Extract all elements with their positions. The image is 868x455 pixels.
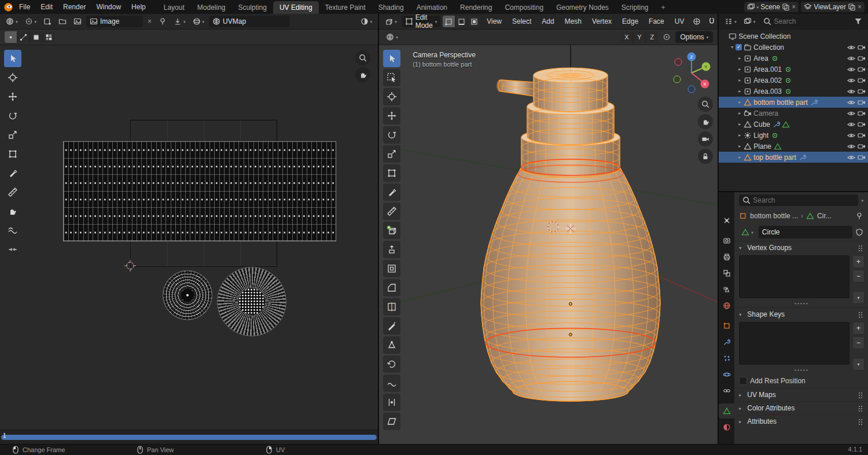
properties-tab-tool[interactable] [719, 213, 734, 228]
face-select-mode[interactable] [468, 16, 480, 27]
viewlayer-selector[interactable]: ViewLayer × [801, 2, 865, 12]
workspace-tab-uv-editing[interactable]: UV Editing [273, 1, 319, 14]
grip-icon[interactable] [858, 311, 863, 318]
properties-tab-constraints[interactable] [719, 383, 734, 398]
viewport-canvas[interactable]: Camera Perspective (1) bottom bottle par… [379, 45, 718, 444]
visibility-eye-icon[interactable] [847, 98, 855, 107]
uv-pivot-button[interactable]: ▾ [23, 16, 39, 27]
menu-vertex[interactable]: Vertex [588, 15, 616, 28]
tool-poly-build[interactable] [383, 336, 400, 354]
workspace-tab-compositing[interactable]: Compositing [498, 1, 550, 14]
new-scene-icon[interactable] [782, 3, 790, 11]
display-channels-button[interactable]: ▾ [358, 16, 375, 27]
tool-scale[interactable] [383, 145, 400, 163]
breadcrumb-object[interactable]: bottom bottle ... [750, 212, 798, 220]
tool-bevel[interactable] [383, 279, 400, 296]
outliner-row-area-003[interactable]: ▸Area.003 [719, 86, 868, 97]
visibility-eye-icon[interactable] [847, 65, 855, 74]
breadcrumb-data[interactable]: Cir... [817, 212, 832, 220]
uv-island-circle-small[interactable] [163, 271, 212, 320]
visibility-eye-icon[interactable] [847, 120, 855, 129]
properties-tab-data[interactable] [719, 403, 734, 419]
outliner-row-light[interactable]: ▸Light [719, 130, 868, 141]
image-browse-button[interactable] [71, 16, 84, 27]
mirror-y-button[interactable]: Y [633, 31, 646, 43]
expand-caret-icon[interactable]: ▸ [736, 133, 743, 138]
collection-checkbox[interactable]: ✓ [735, 44, 742, 50]
menu-edit[interactable]: Edit [36, 1, 57, 13]
tool-grab[interactable] [4, 203, 21, 220]
add-workspace-button[interactable]: + [655, 1, 672, 14]
tool-transform[interactable] [4, 145, 21, 163]
tool-smooth[interactable] [383, 375, 400, 392]
properties-tab-scene[interactable] [719, 282, 734, 297]
mode-dropdown[interactable]: Edit Mode ▾ [402, 16, 441, 27]
snap-toggle-button[interactable] [705, 16, 718, 27]
vertex-group-specials-button[interactable]: ▾ [852, 291, 865, 304]
visibility-eye-icon[interactable] [847, 76, 855, 85]
tool-select-box[interactable] [383, 69, 400, 86]
workspace-tab-modeling[interactable]: Modeling [191, 1, 232, 14]
tool-move[interactable] [383, 107, 400, 124]
outliner-filter-button[interactable] [852, 16, 865, 27]
shape-keys-list[interactable] [739, 322, 849, 365]
expand-caret-icon[interactable]: ▸ [736, 144, 743, 149]
proportional-edit-button[interactable] [660, 31, 673, 43]
vertex-select-mode[interactable] [443, 16, 455, 27]
outliner-row-scene-collection[interactable]: Scene Collection [719, 31, 868, 42]
render-camera-icon[interactable] [858, 43, 866, 52]
tool-loop-cut[interactable] [383, 298, 400, 315]
menu-help[interactable]: Help [127, 1, 150, 13]
expand-caret-icon[interactable]: ▸ [736, 155, 743, 160]
workspace-tab-layout[interactable]: Layout [157, 1, 191, 14]
tool-annotate[interactable] [383, 184, 400, 201]
browse-mesh-data-button[interactable]: ▾ [739, 226, 756, 238]
uv-select-edge[interactable] [17, 31, 30, 43]
tool-relax[interactable] [4, 222, 21, 239]
add-shape-key-button[interactable]: + [852, 322, 865, 335]
visibility-eye-icon[interactable] [847, 87, 855, 96]
workspace-tab-geometry-nodes[interactable]: Geometry Nodes [550, 1, 615, 14]
menu-render[interactable]: Render [58, 1, 90, 13]
active-tool-icon[interactable]: ▾ [384, 31, 400, 43]
pin-icon[interactable] [855, 212, 863, 220]
panel-attributes[interactable]: ▸ Attributes [734, 414, 868, 428]
workspace-tab-texture-paint[interactable]: Texture Paint [319, 1, 372, 14]
menu-uv[interactable]: UV [671, 15, 689, 28]
remove-viewlayer-button[interactable]: × [858, 3, 862, 11]
workspace-tab-scripting[interactable]: Scripting [615, 1, 655, 14]
fake-user-shield-icon[interactable] [855, 228, 863, 236]
tool-spin[interactable] [383, 355, 400, 373]
properties-tab-material[interactable] [719, 420, 734, 435]
outliner-row-plane[interactable]: ▸Plane [719, 141, 868, 152]
new-viewlayer-icon[interactable] [848, 3, 856, 11]
unlink-scene-button[interactable]: × [792, 3, 796, 11]
grip-icon[interactable] [858, 419, 863, 425]
add-rest-position-checkbox[interactable] [739, 377, 747, 385]
panel-uv-maps[interactable]: ▸ UV Maps [734, 388, 868, 401]
visibility-eye-icon[interactable] [847, 43, 855, 52]
tool-extrude[interactable] [383, 241, 400, 258]
properties-tab-modifiers[interactable] [719, 335, 734, 350]
panel-color-attributes[interactable]: ▸ Color Attributes [734, 401, 868, 414]
panel-shape-keys[interactable]: ▾ Shape Keys [734, 307, 868, 321]
render-camera-icon[interactable] [858, 65, 866, 74]
menu-view[interactable]: View [483, 15, 506, 28]
workspace-tab-rendering[interactable]: Rendering [454, 1, 498, 14]
render-camera-icon[interactable] [858, 109, 866, 118]
shape-key-specials-button[interactable]: ▾ [852, 358, 865, 370]
outliner-row-area-001[interactable]: ▸Area.001 [719, 64, 868, 75]
menu-file[interactable]: File [14, 1, 35, 13]
viewport-editor-type-button[interactable]: ▾ [382, 16, 399, 27]
menu-select[interactable]: Select [508, 15, 535, 28]
list-resize-grip[interactable] [794, 369, 809, 372]
expand-caret-icon[interactable]: ▸ [736, 100, 743, 105]
properties-tab-object[interactable] [719, 318, 734, 333]
transform-orientation-button[interactable] [690, 16, 703, 27]
expand-caret-icon[interactable]: ▸ [736, 89, 743, 94]
uv-select-island[interactable] [43, 31, 55, 43]
mirror-z-button[interactable]: Z [646, 31, 658, 43]
tool-transform[interactable] [383, 164, 400, 182]
menu-window[interactable]: Window [91, 1, 126, 13]
data-name-input[interactable] [762, 228, 849, 236]
